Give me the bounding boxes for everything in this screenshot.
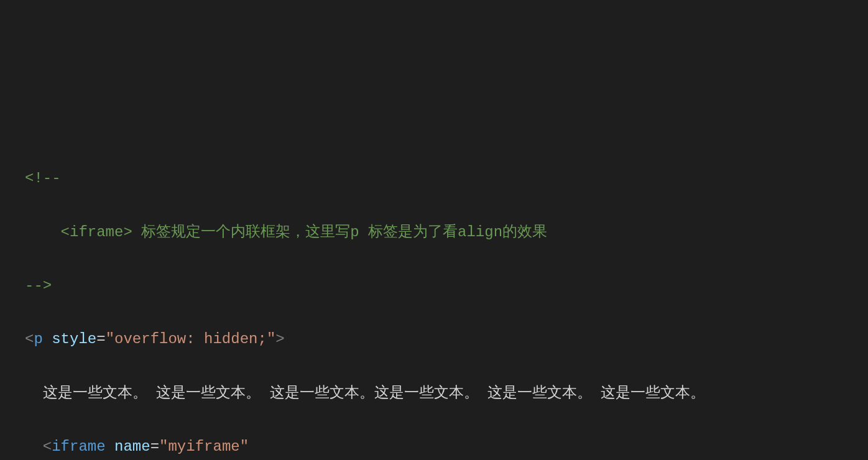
equals: = <box>150 438 159 455</box>
code-area[interactable]: <!-- <iframe> 标签规定一个内联框架，这里写p 标签是为了看alig… <box>0 134 868 460</box>
comment-open: <!-- <box>25 170 61 186</box>
equals: = <box>96 331 105 347</box>
code-line[interactable]: <p style="overflow: hidden;"> <box>0 326 868 352</box>
tag-bracket: < <box>25 331 34 347</box>
text-content: 这是一些文本。 这是一些文本。 这是一些文本。这是一些文本。 这是一些文本。 这… <box>25 385 705 402</box>
attr-value: "overflow: hidden;" <box>106 331 276 347</box>
code-line[interactable]: <iframe> 标签规定一个内联框架，这里写p 标签是为了看align的效果 <box>0 219 868 246</box>
code-line[interactable]: 这是一些文本。 这是一些文本。 这是一些文本。这是一些文本。 这是一些文本。 这… <box>0 380 868 407</box>
tag-p: p <box>34 331 42 347</box>
code-line[interactable]: <!-- <box>0 165 868 191</box>
comment-text: <iframe> 标签规定一个内联框架，这里写p 标签是为了看align的效果 <box>25 224 547 241</box>
code-editor[interactable]: <!-- <iframe> 标签规定一个内联框架，这里写p 标签是为了看alig… <box>0 108 868 460</box>
tag-iframe: iframe <box>52 438 105 455</box>
attr-name: name <box>114 438 150 455</box>
attr-value: "myiframe" <box>159 438 249 455</box>
comment-close: --> <box>25 277 52 294</box>
tag-bracket: > <box>275 331 284 347</box>
attr-style: style <box>52 331 96 347</box>
code-line[interactable]: <iframe name="myiframe" <box>0 433 868 460</box>
tag-bracket: < <box>43 438 52 455</box>
code-line[interactable]: --> <box>0 272 868 299</box>
